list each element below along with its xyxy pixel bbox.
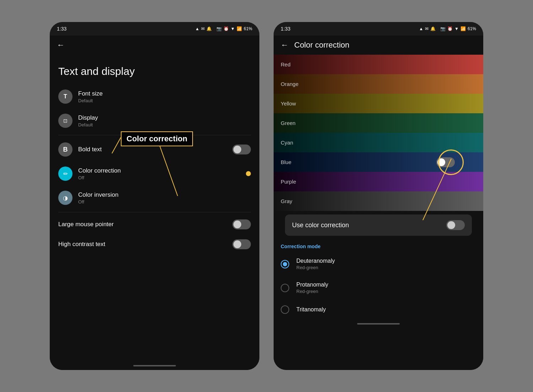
bar-gray-label: Gray xyxy=(281,198,292,204)
protanomaly-subtitle: Red-green xyxy=(296,289,476,294)
right-status-icons: ▲ ✉ 🔔 📷 ⏰ ▼ 📶 61% xyxy=(419,26,476,31)
use-correction-toggle[interactable] xyxy=(446,220,465,230)
bar-cyan-label: Cyan xyxy=(281,140,293,146)
high-contrast-knob xyxy=(233,240,241,248)
left-status-bar: 1:33 ▲ ✉ 🔔 📷 ⏰ ▼ 📶 61% xyxy=(50,22,259,36)
display-title: Display xyxy=(78,114,251,121)
color-correction-title: Color correction xyxy=(78,167,251,174)
back-arrow-icon[interactable]: ← xyxy=(57,40,65,50)
settings-list: T Font size Default ⊡ Display Default B xyxy=(50,85,259,361)
color-correction-text: Color correction Off xyxy=(78,167,251,180)
color-bar-yellow: Yellow xyxy=(274,94,483,113)
home-bar xyxy=(133,365,176,366)
bold-title: Bold text xyxy=(78,146,227,153)
font-size-text: Font size Default xyxy=(78,90,251,103)
font-size-icon: T xyxy=(58,89,72,104)
color-inversion-text: Color inversion Off xyxy=(78,191,251,205)
left-screen: ← Text and display T Font size Default ⊡… xyxy=(50,36,259,370)
color-bar-gray: Gray xyxy=(274,191,483,211)
color-bars-section: Red Orange Yellow Green Cyan Blue xyxy=(274,55,483,211)
high-contrast-text: High contrast text xyxy=(58,241,227,248)
blue-bar-toggle-knob xyxy=(437,158,445,166)
color-inversion-item[interactable]: ◑ Color inversion Off xyxy=(50,186,259,210)
blue-bar-toggle[interactable] xyxy=(436,157,455,167)
right-back-row: ← Color correction xyxy=(274,36,483,55)
color-bar-green: Green xyxy=(274,113,483,133)
use-correction-knob xyxy=(447,221,455,229)
bar-purple-label: Purple xyxy=(281,179,296,185)
left-phone: 1:33 ▲ ✉ 🔔 📷 ⏰ ▼ 📶 61% ← Text and displa… xyxy=(50,22,259,370)
bold-icon: B xyxy=(58,142,72,157)
divider-2 xyxy=(58,212,251,212)
color-bar-purple: Purple xyxy=(274,172,483,191)
protanomaly-item[interactable]: Protanomaly Red-green xyxy=(274,276,483,300)
color-correction-icon: ✏ xyxy=(58,167,72,181)
right-home-bar xyxy=(357,323,400,325)
annotation-dot-correction xyxy=(246,171,251,176)
bold-toggle-knob xyxy=(233,146,241,153)
large-mouse-toggle[interactable] xyxy=(232,219,251,229)
correction-mode-label: Correction mode xyxy=(274,239,483,252)
font-size-subtitle: Default xyxy=(78,98,251,103)
large-mouse-knob xyxy=(233,220,241,228)
color-bar-red: Red xyxy=(274,55,483,74)
color-inversion-title: Color inversion xyxy=(78,191,251,198)
color-correction-item[interactable]: ✏ Color correction Off xyxy=(50,162,259,186)
deuteranomaly-radio-inner xyxy=(283,262,287,266)
tritanomaly-radio[interactable] xyxy=(281,305,289,314)
high-contrast-item[interactable]: High contrast text xyxy=(50,234,259,254)
tritanomaly-item[interactable]: Tritanomaly xyxy=(274,300,483,320)
home-indicator xyxy=(50,361,259,370)
right-home-indicator xyxy=(274,320,483,328)
tritanomaly-text: Tritanomaly xyxy=(296,306,476,313)
deuteranomaly-item[interactable]: Deuteranomaly Red-green xyxy=(274,252,483,276)
deuteranomaly-title: Deuteranomaly xyxy=(296,258,476,264)
display-text: Display Default xyxy=(78,114,251,127)
bar-red-label: Red xyxy=(281,61,291,67)
deuteranomaly-radio[interactable] xyxy=(281,260,289,268)
bar-yellow-label: Yellow xyxy=(281,100,296,107)
color-inversion-icon: ◑ xyxy=(58,191,72,205)
display-size-item[interactable]: ⊡ Display Default xyxy=(50,109,259,133)
protanomaly-title: Protanomaly xyxy=(296,282,476,288)
protanomaly-text: Protanomaly Red-green xyxy=(296,282,476,294)
large-mouse-text: Large mouse pointer xyxy=(58,221,227,228)
bar-blue-label: Blue xyxy=(281,159,291,165)
right-back-arrow-icon[interactable]: ← xyxy=(281,40,289,50)
high-contrast-toggle[interactable] xyxy=(232,239,251,249)
display-icon: ⊡ xyxy=(58,114,72,128)
right-status-bar: 1:33 ▲ ✉ 🔔 📷 ⏰ ▼ 📶 61% xyxy=(274,22,483,36)
color-bar-cyan: Cyan xyxy=(274,133,483,152)
color-correction-subtitle: Off xyxy=(78,175,251,180)
page-title: Text and display xyxy=(50,55,259,85)
font-size-item[interactable]: T Font size Default xyxy=(50,85,259,109)
deuteranomaly-subtitle: Red-green xyxy=(296,265,476,270)
font-size-title: Font size xyxy=(78,90,251,97)
bar-green-label: Green xyxy=(281,120,296,126)
color-bar-blue: Blue xyxy=(274,152,483,172)
use-color-correction-row[interactable]: Use color correction xyxy=(285,214,472,236)
deuteranomaly-text: Deuteranomaly Red-green xyxy=(296,258,476,270)
use-correction-label: Use color correction xyxy=(292,222,349,229)
right-screen: ← Color correction Red Orange Yellow Gre… xyxy=(274,36,483,370)
protanomaly-radio[interactable] xyxy=(281,284,289,292)
left-status-icons: ▲ ✉ 🔔 📷 ⏰ ▼ 📶 61% xyxy=(195,26,252,31)
bold-toggle[interactable] xyxy=(232,145,251,154)
display-subtitle: Default xyxy=(78,122,251,127)
large-mouse-title: Large mouse pointer xyxy=(58,221,227,228)
left-back-row: ← xyxy=(50,36,259,55)
bold-text-label: Bold text xyxy=(78,146,227,153)
color-inversion-subtitle: Off xyxy=(78,199,251,205)
high-contrast-title: High contrast text xyxy=(58,241,227,248)
left-status-time: 1:33 xyxy=(57,26,66,32)
large-mouse-item[interactable]: Large mouse pointer xyxy=(50,214,259,234)
right-status-time: 1:33 xyxy=(281,26,290,32)
right-phone: 1:33 ▲ ✉ 🔔 📷 ⏰ ▼ 📶 61% ← Color correctio… xyxy=(274,22,483,370)
tritanomaly-title: Tritanomaly xyxy=(296,306,476,313)
annotation-label: Color correction xyxy=(121,131,193,146)
right-page-title: Color correction xyxy=(294,40,349,50)
color-bar-orange: Orange xyxy=(274,74,483,94)
bar-orange-label: Orange xyxy=(281,81,298,87)
